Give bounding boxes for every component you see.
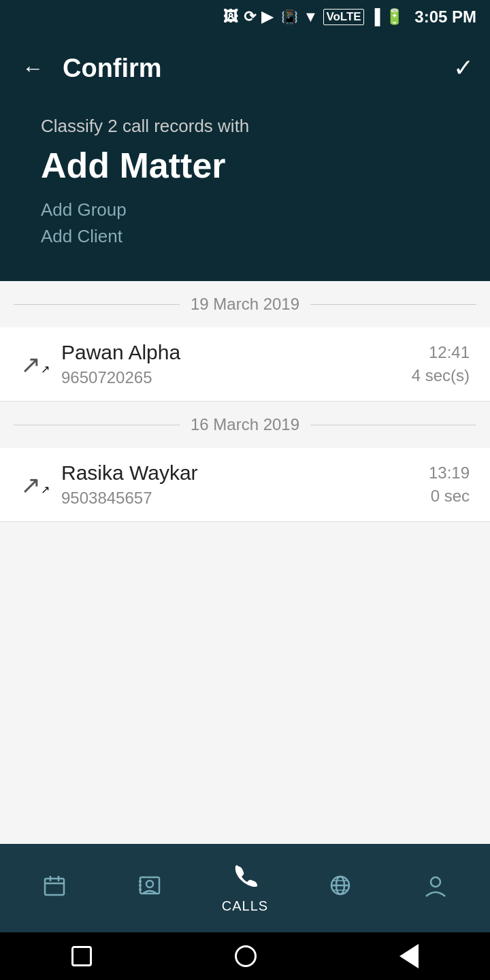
svg-rect-0 [45, 879, 64, 895]
calendar-icon [42, 873, 67, 904]
signal-icon: ▐ [370, 8, 380, 26]
nav-item-contacts[interactable] [102, 873, 197, 904]
nav-item-calendar[interactable] [7, 873, 102, 904]
date-line-left-2 [14, 425, 180, 425]
battery-icon: 🔋 [385, 8, 404, 26]
call-number-1: 9650720265 [61, 368, 412, 387]
date-line-right-1 [310, 304, 476, 305]
outgoing-arrow-icon-2: ↗ [20, 471, 48, 498]
call-name-1: Pawan Alpha [61, 341, 412, 364]
call-time-info-2: 13:19 0 sec [429, 463, 470, 506]
outgoing-arrow-icon-1: ↗ [20, 350, 48, 378]
svg-point-14 [431, 877, 440, 887]
header: ← Confirm ✓ [0, 34, 490, 102]
call-record-2[interactable]: ↗ Rasika Waykar 9503845657 13:19 0 sec [0, 448, 490, 522]
wifi-icon: ▼ [304, 8, 318, 26]
date-line-right-2 [310, 425, 476, 425]
status-bar: 🖼 ⟳ ▶ 📳 ▼ VoLTE ▐ 🔋 3:05 PM [0, 0, 490, 34]
top-content: Classify 2 call records with Add Matter … [0, 102, 490, 281]
call-info-2: Rasika Waykar 9503845657 [61, 461, 429, 508]
records-list: 19 March 2019 ↗ Pawan Alpha 9650720265 1… [0, 281, 490, 844]
bottom-nav: CALLS [0, 844, 490, 932]
phone-icon [233, 862, 257, 893]
sync-icon: ⟳ [244, 8, 256, 26]
date-divider-2: 16 March 2019 [14, 402, 476, 448]
call-time-info-1: 12:41 4 sec(s) [412, 343, 470, 385]
svg-point-5 [146, 881, 153, 887]
vibrate-icon: 📳 [281, 9, 298, 25]
confirm-check-button[interactable]: ✓ [453, 54, 474, 82]
home-button[interactable] [235, 945, 257, 967]
back-button[interactable]: ← [16, 50, 49, 86]
date-label-2: 16 March 2019 [180, 415, 310, 434]
call-duration-2: 0 sec [429, 487, 470, 506]
header-left: ← Confirm [16, 50, 162, 86]
add-client-link[interactable]: Add Client [41, 226, 449, 247]
add-matter-title: Add Matter [41, 145, 449, 186]
nav-item-profile[interactable] [388, 873, 483, 904]
date-divider-1: 19 March 2019 [14, 281, 476, 327]
status-icons: 🖼 ⟳ ▶ [223, 8, 273, 26]
status-time: 3:05 PM [414, 7, 476, 27]
image-icon: 🖼 [223, 8, 238, 26]
nav-item-calls[interactable]: CALLS [197, 862, 293, 914]
status-right-icons: 📳 ▼ VoLTE ▐ 🔋 3:05 PM [281, 7, 476, 27]
classify-text: Classify 2 call records with [41, 116, 449, 137]
call-number-2: 9503845657 [61, 489, 429, 508]
call-time-1: 12:41 [412, 343, 470, 362]
back-nav-button[interactable] [399, 944, 419, 968]
call-duration-1: 4 sec(s) [412, 366, 470, 385]
call-info-1: Pawan Alpha 9650720265 [61, 341, 412, 387]
call-record-1[interactable]: ↗ Pawan Alpha 9650720265 12:41 4 sec(s) [0, 327, 490, 402]
web-icon [328, 873, 353, 904]
date-label-1: 19 March 2019 [180, 295, 310, 314]
volte-icon: VoLTE [323, 9, 363, 25]
header-title: Confirm [63, 54, 162, 83]
system-nav-bar [0, 932, 490, 980]
recents-button[interactable] [71, 946, 92, 966]
contacts-icon [137, 873, 162, 904]
add-group-link[interactable]: Add Group [41, 199, 449, 220]
play-icon: ▶ [261, 8, 273, 26]
call-time-2: 13:19 [429, 463, 470, 483]
call-name-2: Rasika Waykar [61, 461, 429, 485]
nav-item-web[interactable] [293, 873, 388, 904]
profile-icon [423, 873, 448, 904]
calls-label: CALLS [222, 898, 268, 914]
date-line-left-1 [14, 304, 180, 305]
